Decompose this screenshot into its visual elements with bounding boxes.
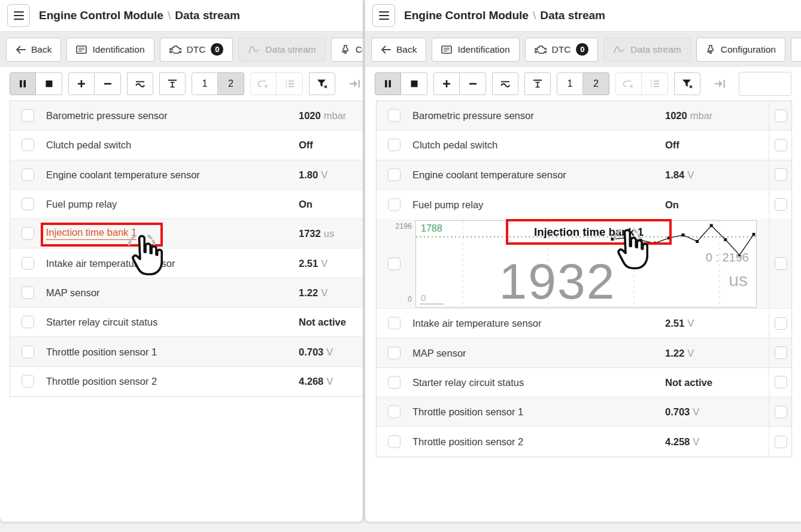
table-row: Intake air temperature sensor2.51V bbox=[10, 248, 363, 278]
row-label[interactable]: Throttle position sensor 1 bbox=[412, 406, 523, 418]
row-secondary-checkbox-cell bbox=[769, 309, 792, 338]
main-toolbar: Back Identification DTC 0 Data stream Co… bbox=[365, 31, 801, 67]
configuration-label: Configuration bbox=[721, 44, 776, 55]
row-checkbox[interactable] bbox=[388, 198, 400, 211]
filter-remove-icon bbox=[316, 78, 328, 89]
row-label[interactable]: Engine coolant temperature sensor bbox=[46, 169, 200, 180]
row-checkbox[interactable] bbox=[388, 168, 400, 181]
row-label[interactable]: Engine coolant temperature sensor bbox=[412, 169, 566, 180]
row-label[interactable]: Starter relay circuit status bbox=[46, 317, 157, 328]
row-unit: V bbox=[687, 169, 694, 180]
row-checkbox[interactable] bbox=[22, 316, 34, 329]
row-label[interactable]: Throttle position sensor 2 bbox=[412, 436, 523, 448]
row-checkbox[interactable] bbox=[22, 345, 34, 358]
row-secondary-checkbox[interactable] bbox=[775, 257, 787, 270]
filter-remove-button[interactable] bbox=[309, 72, 335, 95]
row-checkbox[interactable] bbox=[22, 198, 34, 211]
smooth-curve-button[interactable] bbox=[492, 72, 518, 95]
dtc-button[interactable]: DTC 0 bbox=[525, 38, 599, 62]
row-checkbox[interactable] bbox=[22, 139, 34, 151]
jump-to-end-icon bbox=[348, 79, 360, 89]
row-value: 4.258V bbox=[665, 436, 699, 448]
row-secondary-checkbox[interactable] bbox=[775, 406, 787, 418]
row-checkbox[interactable] bbox=[22, 110, 34, 122]
table-row: Clutch pedal switchOff bbox=[10, 130, 363, 160]
dtc-label: DTC bbox=[187, 44, 206, 55]
row-secondary-checkbox[interactable] bbox=[775, 346, 787, 359]
row-unit: V bbox=[321, 287, 327, 297]
engine-icon bbox=[169, 45, 181, 54]
pause-button[interactable] bbox=[375, 72, 401, 95]
hand-cursor bbox=[126, 233, 163, 279]
row-secondary-checkbox[interactable] bbox=[775, 139, 787, 151]
row-checkbox[interactable] bbox=[388, 139, 400, 151]
row-label[interactable]: MAP sensor bbox=[46, 287, 100, 298]
row-checkbox[interactable] bbox=[22, 257, 34, 269]
fit-vertical-button[interactable] bbox=[159, 72, 186, 95]
menu-button[interactable] bbox=[372, 4, 395, 27]
row-secondary-checkbox[interactable] bbox=[775, 110, 787, 122]
row-label[interactable]: Barometric pressure sensor bbox=[46, 110, 168, 121]
menu-button[interactable] bbox=[7, 4, 30, 27]
stop-button[interactable] bbox=[36, 72, 62, 95]
identification-button[interactable]: Identification bbox=[432, 38, 519, 62]
row-secondary-checkbox[interactable] bbox=[775, 168, 787, 181]
identification-button[interactable]: Identification bbox=[66, 38, 154, 62]
smooth-curve-icon bbox=[500, 80, 511, 88]
chart-toolbar: 1 2 bbox=[365, 67, 801, 101]
dtc-button[interactable]: DTC 0 bbox=[160, 38, 233, 62]
scale-2-button[interactable]: 2 bbox=[583, 72, 609, 95]
row-secondary-checkbox[interactable] bbox=[775, 436, 787, 448]
pause-button[interactable] bbox=[10, 72, 36, 95]
scale-1-button[interactable]: 1 bbox=[557, 72, 583, 95]
row-label[interactable]: Fuel pump relay bbox=[46, 199, 117, 210]
row-label[interactable]: Starter relay circuit status bbox=[412, 376, 524, 388]
row-secondary-checkbox[interactable] bbox=[775, 198, 787, 211]
filter-remove-button[interactable] bbox=[674, 72, 700, 95]
row-checkbox[interactable] bbox=[388, 376, 400, 388]
table-row: Starter relay circuit statusNot active bbox=[10, 308, 363, 337]
row-secondary-checkbox[interactable] bbox=[775, 376, 787, 388]
zoom-out-button[interactable] bbox=[460, 72, 486, 95]
row-checkbox[interactable] bbox=[388, 317, 400, 330]
row-checkbox[interactable] bbox=[388, 346, 400, 359]
zoom-in-button[interactable] bbox=[68, 72, 95, 95]
table-row: Engine coolant temperature sensor1.84V bbox=[377, 160, 791, 190]
row-label[interactable]: Throttle position sensor 1 bbox=[46, 346, 157, 357]
scale-2-label: 2 bbox=[228, 78, 233, 89]
clear-cell-icon bbox=[623, 78, 635, 89]
row-value: 1.84V bbox=[665, 169, 694, 180]
zoom-in-button[interactable] bbox=[433, 72, 460, 95]
row-checkbox[interactable] bbox=[388, 436, 400, 448]
row-checkbox[interactable] bbox=[388, 257, 400, 270]
search-input[interactable] bbox=[739, 72, 791, 96]
row-label[interactable]: Barometric pressure sensor bbox=[412, 110, 534, 121]
scale-1-button[interactable]: 1 bbox=[192, 72, 218, 95]
row-label[interactable]: Throttle position sensor 2 bbox=[46, 376, 157, 387]
configuration-button[interactable]: Configuration bbox=[696, 38, 785, 62]
stop-button[interactable] bbox=[401, 72, 427, 95]
zoom-out-button[interactable] bbox=[95, 72, 121, 95]
back-button[interactable]: Back bbox=[371, 38, 426, 62]
row-checkbox[interactable] bbox=[22, 227, 34, 240]
row-label[interactable]: Clutch pedal switch bbox=[412, 139, 497, 151]
row-checkbox[interactable] bbox=[22, 168, 34, 181]
configuration-button[interactable]: Configuration bbox=[331, 38, 363, 62]
row-checkbox[interactable] bbox=[388, 110, 400, 122]
row-label[interactable]: MAP sensor bbox=[412, 347, 466, 358]
row-label[interactable]: Clutch pedal switch bbox=[46, 139, 131, 151]
row-checkbox[interactable] bbox=[388, 406, 400, 418]
row-label[interactable]: Fuel pump relay bbox=[412, 199, 483, 210]
row-secondary-checkbox[interactable] bbox=[775, 317, 787, 330]
next-button-partial[interactable] bbox=[791, 38, 801, 62]
data-stream-button: Data stream bbox=[603, 38, 690, 62]
scale-2-button[interactable]: 2 bbox=[218, 72, 244, 95]
row-checkbox[interactable] bbox=[22, 286, 34, 299]
plus-icon bbox=[442, 80, 451, 88]
fit-vertical-button[interactable] bbox=[524, 72, 551, 95]
smooth-curve-button[interactable] bbox=[127, 72, 153, 95]
row-checkbox[interactable] bbox=[22, 375, 34, 388]
back-button[interactable]: Back bbox=[6, 38, 61, 62]
row-label[interactable]: Intake air temperature sensor bbox=[412, 318, 542, 329]
row-value: Not active bbox=[665, 376, 712, 388]
